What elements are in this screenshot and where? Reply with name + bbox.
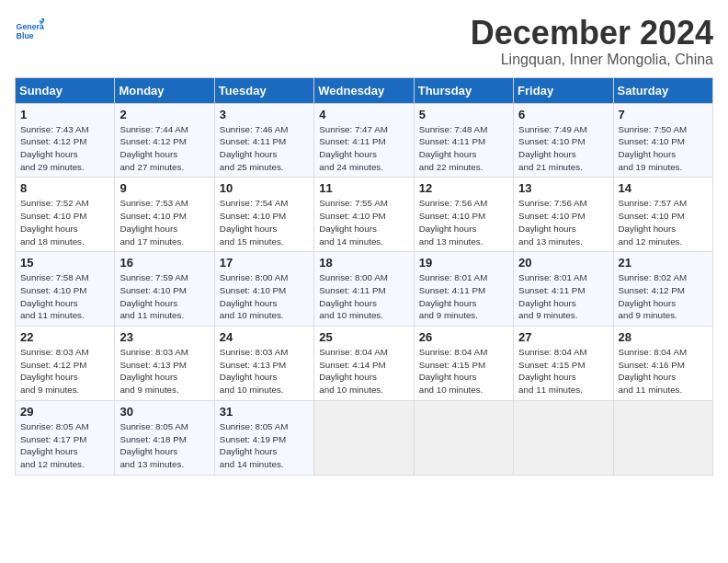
calendar-cell: 13 Sunrise: 7:56 AMSunset: 4:10 PMDaylig… (514, 178, 613, 252)
day-number: 27 (518, 330, 608, 344)
day-info: Sunrise: 8:05 AMSunset: 4:19 PMDaylight … (220, 421, 289, 469)
calendar-cell: 5 Sunrise: 7:48 AMSunset: 4:11 PMDayligh… (414, 103, 513, 178)
calendar-cell: 1 Sunrise: 7:43 AMSunset: 4:12 PMDayligh… (16, 103, 115, 178)
calendar-cell: 24 Sunrise: 8:03 AMSunset: 4:13 PMDaylig… (214, 327, 313, 401)
day-info: Sunrise: 7:44 AMSunset: 4:12 PMDaylight … (119, 124, 188, 172)
day-info: Sunrise: 8:04 AMSunset: 4:15 PMDaylight … (419, 347, 488, 395)
day-number: 25 (319, 330, 408, 344)
day-info: Sunrise: 7:55 AMSunset: 4:10 PMDaylight … (319, 198, 388, 246)
calendar-cell: 4 Sunrise: 7:47 AMSunset: 4:11 PMDayligh… (314, 103, 414, 178)
title-area: December 2024 Lingquan, Inner Mongolia, … (471, 15, 713, 68)
calendar-cell: 21 Sunrise: 8:02 AMSunset: 4:12 PMDaylig… (613, 252, 712, 327)
day-info: Sunrise: 7:53 AMSunset: 4:10 PMDaylight … (119, 198, 188, 246)
weekday-header-sunday: Sunday (16, 77, 115, 103)
calendar-cell: 2 Sunrise: 7:44 AMSunset: 4:12 PMDayligh… (115, 103, 214, 178)
header: General Blue December 2024 Lingquan, Inn… (15, 15, 713, 68)
day-info: Sunrise: 8:03 AMSunset: 4:13 PMDaylight … (220, 347, 289, 395)
weekday-header-tuesday: Tuesday (214, 77, 313, 103)
logo-icon: General Blue (15, 15, 44, 44)
day-number: 1 (20, 108, 109, 121)
calendar-week-3: 15 Sunrise: 7:58 AMSunset: 4:10 PMDaylig… (16, 252, 713, 327)
calendar-cell: 16 Sunrise: 7:59 AMSunset: 4:10 PMDaylig… (115, 252, 214, 327)
location-title: Lingquan, Inner Mongolia, China (471, 52, 713, 68)
day-number: 17 (220, 256, 309, 270)
day-info: Sunrise: 8:01 AMSunset: 4:11 PMDaylight … (518, 272, 587, 320)
day-number: 13 (518, 181, 608, 195)
day-info: Sunrise: 7:43 AMSunset: 4:12 PMDaylight … (20, 124, 89, 172)
svg-text:Blue: Blue (17, 31, 34, 40)
calendar-cell: 23 Sunrise: 8:03 AMSunset: 4:13 PMDaylig… (115, 327, 214, 401)
day-info: Sunrise: 7:54 AMSunset: 4:10 PMDaylight … (220, 198, 289, 246)
day-number: 4 (319, 108, 408, 121)
day-number: 30 (119, 405, 209, 419)
calendar-cell (414, 400, 513, 475)
day-info: Sunrise: 8:01 AMSunset: 4:11 PMDaylight … (419, 272, 488, 320)
calendar-cell: 25 Sunrise: 8:04 AMSunset: 4:14 PMDaylig… (314, 327, 414, 401)
calendar-cell: 6 Sunrise: 7:49 AMSunset: 4:10 PMDayligh… (514, 103, 613, 178)
calendar-cell: 27 Sunrise: 8:04 AMSunset: 4:15 PMDaylig… (514, 327, 613, 401)
weekday-header-saturday: Saturday (613, 77, 712, 103)
calendar-cell (613, 400, 712, 475)
calendar-cell: 8 Sunrise: 7:52 AMSunset: 4:10 PMDayligh… (16, 178, 115, 252)
calendar-cell: 28 Sunrise: 8:04 AMSunset: 4:16 PMDaylig… (613, 327, 712, 401)
calendar-cell (314, 400, 414, 475)
day-number: 29 (20, 405, 109, 419)
calendar-cell: 20 Sunrise: 8:01 AMSunset: 4:11 PMDaylig… (514, 252, 613, 327)
day-number: 5 (419, 108, 508, 121)
calendar-week-4: 22 Sunrise: 8:03 AMSunset: 4:12 PMDaylig… (16, 327, 713, 401)
day-number: 9 (119, 181, 209, 195)
day-number: 26 (419, 330, 508, 344)
day-info: Sunrise: 7:49 AMSunset: 4:10 PMDaylight … (518, 124, 587, 172)
calendar-cell: 14 Sunrise: 7:57 AMSunset: 4:10 PMDaylig… (613, 178, 712, 252)
day-number: 7 (619, 108, 708, 121)
calendar-cell: 30 Sunrise: 8:05 AMSunset: 4:18 PMDaylig… (115, 400, 214, 475)
weekday-header-thursday: Thursday (414, 77, 513, 103)
calendar-cell: 12 Sunrise: 7:56 AMSunset: 4:10 PMDaylig… (414, 178, 513, 252)
day-info: Sunrise: 8:00 AMSunset: 4:10 PMDaylight … (220, 272, 289, 320)
calendar-week-5: 29 Sunrise: 8:05 AMSunset: 4:17 PMDaylig… (16, 400, 713, 475)
calendar-cell: 19 Sunrise: 8:01 AMSunset: 4:11 PMDaylig… (414, 252, 513, 327)
calendar-cell (514, 400, 613, 475)
day-number: 20 (518, 256, 608, 270)
day-info: Sunrise: 8:04 AMSunset: 4:14 PMDaylight … (319, 347, 388, 395)
calendar-week-2: 8 Sunrise: 7:52 AMSunset: 4:10 PMDayligh… (16, 178, 713, 252)
day-info: Sunrise: 8:05 AMSunset: 4:17 PMDaylight … (20, 421, 89, 469)
day-number: 2 (119, 108, 209, 121)
day-info: Sunrise: 7:46 AMSunset: 4:11 PMDaylight … (220, 124, 289, 172)
day-number: 16 (119, 256, 209, 270)
weekday-header-monday: Monday (115, 77, 214, 103)
day-number: 12 (419, 181, 508, 195)
calendar-cell: 26 Sunrise: 8:04 AMSunset: 4:15 PMDaylig… (414, 327, 513, 401)
day-number: 21 (619, 256, 708, 270)
day-number: 8 (20, 181, 109, 195)
calendar-cell: 10 Sunrise: 7:54 AMSunset: 4:10 PMDaylig… (214, 178, 313, 252)
day-info: Sunrise: 7:56 AMSunset: 4:10 PMDaylight … (419, 198, 488, 246)
calendar-cell: 11 Sunrise: 7:55 AMSunset: 4:10 PMDaylig… (314, 178, 414, 252)
day-info: Sunrise: 7:59 AMSunset: 4:10 PMDaylight … (119, 272, 188, 320)
day-number: 19 (419, 256, 508, 270)
day-number: 11 (319, 181, 408, 195)
weekday-header-row: SundayMondayTuesdayWednesdayThursdayFrid… (16, 77, 713, 103)
day-info: Sunrise: 8:03 AMSunset: 4:12 PMDaylight … (20, 347, 89, 395)
calendar-cell: 17 Sunrise: 8:00 AMSunset: 4:10 PMDaylig… (214, 252, 313, 327)
logo: General Blue (15, 15, 44, 44)
day-info: Sunrise: 8:04 AMSunset: 4:16 PMDaylight … (619, 347, 688, 395)
day-number: 6 (518, 108, 608, 121)
calendar-week-1: 1 Sunrise: 7:43 AMSunset: 4:12 PMDayligh… (16, 103, 713, 178)
svg-text:General: General (17, 22, 44, 31)
day-info: Sunrise: 7:50 AMSunset: 4:10 PMDaylight … (619, 124, 688, 172)
day-number: 24 (220, 330, 309, 344)
weekday-header-wednesday: Wednesday (314, 77, 414, 103)
day-number: 18 (319, 256, 408, 270)
calendar-cell: 15 Sunrise: 7:58 AMSunset: 4:10 PMDaylig… (16, 252, 115, 327)
day-info: Sunrise: 7:57 AMSunset: 4:10 PMDaylight … (619, 198, 688, 246)
calendar-cell: 7 Sunrise: 7:50 AMSunset: 4:10 PMDayligh… (613, 103, 712, 178)
day-info: Sunrise: 7:52 AMSunset: 4:10 PMDaylight … (20, 198, 89, 246)
day-number: 10 (220, 181, 309, 195)
day-info: Sunrise: 8:02 AMSunset: 4:12 PMDaylight … (619, 272, 688, 320)
day-info: Sunrise: 8:05 AMSunset: 4:18 PMDaylight … (119, 421, 188, 469)
day-number: 15 (20, 256, 109, 270)
day-number: 23 (119, 330, 209, 344)
day-number: 14 (619, 181, 708, 195)
day-number: 28 (619, 330, 708, 344)
